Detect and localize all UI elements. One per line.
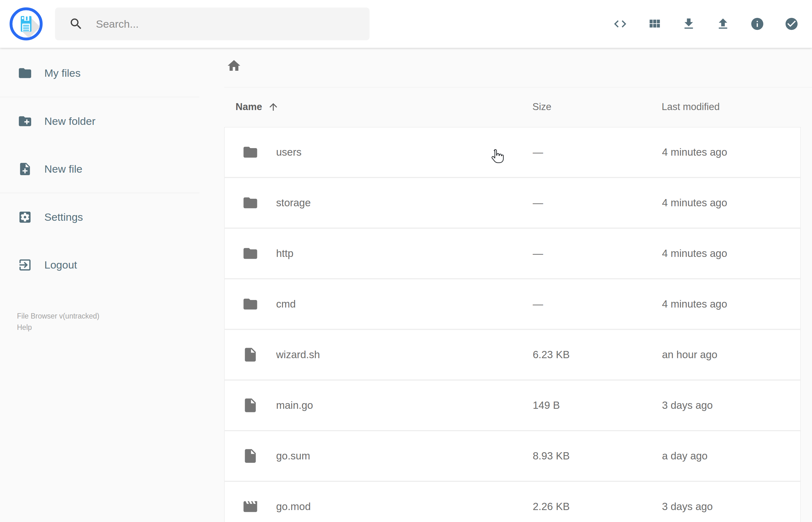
- info-button[interactable]: [750, 17, 765, 31]
- column-header-size[interactable]: Size: [532, 101, 551, 113]
- search-bar[interactable]: [55, 7, 369, 40]
- file-row[interactable]: users — 4 minutes ago: [224, 127, 801, 177]
- movie-icon: [242, 498, 259, 515]
- sidebar-item-label: Logout: [44, 259, 77, 271]
- file-icon: [242, 397, 259, 414]
- create-new-folder-icon: [18, 114, 33, 128]
- file-icon: [242, 448, 259, 464]
- filebrowser-logo: [9, 7, 43, 41]
- sidebar-item-label: New folder: [44, 115, 96, 127]
- folder-icon: [18, 66, 33, 80]
- download-icon: [682, 17, 696, 31]
- folder-icon: [242, 144, 259, 160]
- column-header-name[interactable]: Name: [236, 101, 279, 113]
- file-row[interactable]: wizard.sh 6.23 KB an hour ago: [224, 329, 801, 380]
- listing-header: Name Size Last modified: [224, 97, 801, 117]
- top-bar: [0, 0, 812, 48]
- sidebar-item-settings[interactable]: Settings: [0, 193, 199, 241]
- shell-button[interactable]: [613, 17, 627, 31]
- sidebar-item-label: New file: [44, 163, 82, 175]
- sidebar-item-label: Settings: [44, 211, 83, 223]
- file-row[interactable]: go.mod 2.26 KB 3 days ago: [224, 481, 801, 522]
- file-row[interactable]: cmd — 4 minutes ago: [224, 279, 801, 329]
- file-name: http: [276, 247, 293, 259]
- file-row[interactable]: go.sum 8.93 KB a day ago: [224, 431, 801, 481]
- sidebar-item-new-folder[interactable]: New folder: [0, 97, 199, 145]
- file-name: storage: [276, 197, 311, 209]
- file-size: 2.26 KB: [533, 501, 570, 513]
- code-icon: [613, 17, 627, 31]
- info-icon: [750, 17, 765, 31]
- folder-icon: [242, 296, 259, 312]
- file-modified: 4 minutes ago: [662, 298, 727, 310]
- select-multiple-button[interactable]: [784, 17, 799, 31]
- file-row[interactable]: storage — 4 minutes ago: [224, 178, 801, 228]
- breadcrumb-divider: [224, 87, 812, 87]
- file-name: cmd: [276, 298, 296, 310]
- file-name: main.go: [276, 399, 313, 411]
- file-modified: 3 days ago: [662, 501, 713, 513]
- file-modified: a day ago: [662, 450, 708, 462]
- file-list: users — 4 minutes ago storage — 4 minute…: [224, 127, 801, 522]
- settings-icon: [18, 210, 33, 224]
- file-name: go.sum: [276, 450, 310, 462]
- folder-icon: [242, 195, 259, 211]
- file-modified: 3 days ago: [662, 399, 713, 411]
- file-size: —: [533, 197, 543, 209]
- home-icon: [226, 58, 242, 73]
- sidebar-item-my-files[interactable]: My files: [0, 49, 199, 97]
- file-row[interactable]: http — 4 minutes ago: [224, 228, 801, 279]
- file-size: —: [533, 298, 543, 310]
- file-row[interactable]: main.go 149 B 3 days ago: [224, 380, 801, 430]
- sidebar: My files New folder New file Settings Lo…: [0, 48, 199, 522]
- upload-icon: [716, 17, 730, 31]
- check-circle-icon: [784, 17, 799, 31]
- file-size: 8.93 KB: [533, 450, 570, 462]
- search-input[interactable]: [95, 18, 353, 31]
- note-add-icon: [18, 162, 33, 176]
- arrow-upward-icon: [268, 101, 279, 113]
- search-icon: [69, 17, 83, 31]
- file-modified: an hour ago: [662, 349, 717, 361]
- sidebar-footer: File Browser v(untracked) Help: [17, 310, 99, 333]
- exit-to-app-icon: [18, 258, 33, 272]
- column-header-modified[interactable]: Last modified: [662, 101, 719, 113]
- version-link[interactable]: File Browser v(untracked): [17, 310, 99, 322]
- switch-view-button[interactable]: [647, 17, 662, 31]
- download-button[interactable]: [682, 17, 696, 31]
- sidebar-item-new-file[interactable]: New file: [0, 145, 199, 193]
- file-modified: 4 minutes ago: [662, 197, 727, 209]
- sidebar-item-label: My files: [44, 67, 81, 79]
- file-size: —: [533, 247, 543, 259]
- file-modified: 4 minutes ago: [662, 146, 727, 158]
- file-listing-area: Name Size Last modified users — 4 minute…: [199, 48, 812, 522]
- file-size: 149 B: [533, 399, 560, 411]
- header-toolbar: [613, 0, 799, 48]
- sidebar-item-logout[interactable]: Logout: [0, 241, 199, 289]
- file-name: wizard.sh: [276, 349, 320, 361]
- file-icon: [242, 346, 259, 363]
- help-link[interactable]: Help: [17, 322, 99, 333]
- grid-view-icon: [647, 17, 662, 31]
- file-size: 6.23 KB: [533, 349, 570, 361]
- upload-button[interactable]: [716, 17, 730, 31]
- file-name: go.mod: [276, 501, 311, 513]
- file-modified: 4 minutes ago: [662, 247, 727, 259]
- breadcrumb-home-button[interactable]: [226, 58, 242, 73]
- file-name: users: [276, 146, 302, 158]
- folder-icon: [242, 245, 259, 262]
- file-size: —: [533, 146, 543, 158]
